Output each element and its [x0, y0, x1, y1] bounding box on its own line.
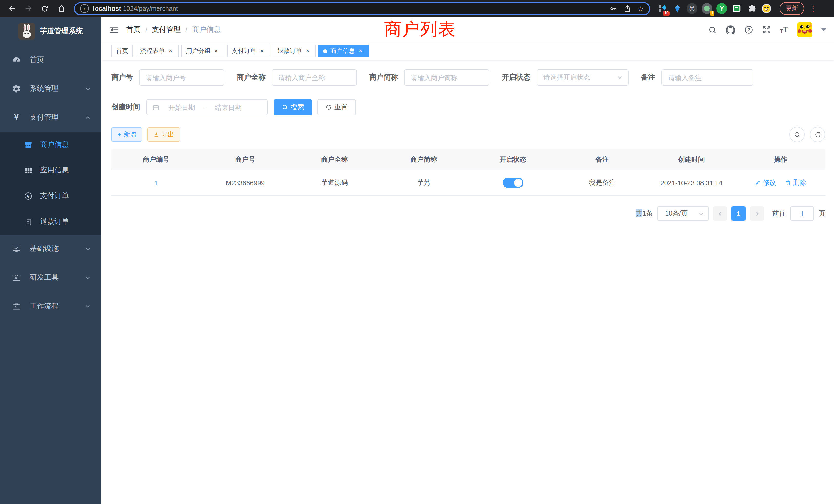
- start-date-input[interactable]: [163, 104, 201, 111]
- status-toggle[interactable]: [503, 178, 523, 188]
- date-range-picker[interactable]: -: [146, 99, 267, 115]
- edit-button[interactable]: 修改: [755, 178, 776, 187]
- extension-notes-icon[interactable]: [731, 3, 743, 14]
- close-icon[interactable]: ×: [258, 47, 265, 55]
- reload-button[interactable]: [38, 2, 51, 15]
- full-name-input[interactable]: [272, 69, 357, 86]
- page-unit: 页: [818, 209, 825, 218]
- gear-icon: [10, 84, 23, 93]
- browser-menu-icon[interactable]: ⋮: [807, 4, 819, 13]
- active-tab-dot: [323, 49, 327, 53]
- page-number-1[interactable]: 1: [731, 206, 746, 221]
- close-icon[interactable]: ×: [304, 47, 311, 55]
- address-bar[interactable]: i localhost:1024/pay/merchant ☆: [74, 2, 650, 15]
- sidebar-item-pay-order[interactable]: ¥ 支付订单: [0, 183, 101, 209]
- col-status: 开启状态: [468, 150, 558, 170]
- remark-input[interactable]: [661, 69, 753, 86]
- refresh-button[interactable]: [810, 127, 825, 142]
- extension-badge: 1: [710, 11, 714, 16]
- status-select[interactable]: 请选择开启状态: [537, 69, 629, 86]
- breadcrumb-home[interactable]: 首页: [126, 25, 141, 35]
- sidebar-fold-icon[interactable]: [109, 25, 119, 35]
- close-icon[interactable]: ×: [213, 47, 220, 55]
- extension-recorder-icon[interactable]: 1: [701, 3, 713, 14]
- toggle-search-button[interactable]: [789, 127, 805, 142]
- app-title: 芋道管理系统: [40, 27, 83, 36]
- sidebar-item-app-info[interactable]: 应用信息: [0, 158, 101, 183]
- sidebar-item-workflow[interactable]: 工作流程: [0, 292, 101, 321]
- col-merchant-no: 商户号: [201, 150, 290, 170]
- extension-devtools-icon[interactable]: 10: [656, 3, 668, 14]
- cell-full-name: 芋道源码: [290, 170, 379, 195]
- page-size-select[interactable]: 10条/页: [657, 206, 709, 221]
- close-icon[interactable]: ×: [167, 47, 174, 55]
- font-size-icon[interactable]: TT: [780, 26, 788, 34]
- chevron-down-icon: [85, 246, 91, 252]
- cell-short-name: 芋艿: [379, 170, 468, 195]
- tab-process-form[interactable]: 流程表单 ×: [136, 45, 179, 58]
- close-icon[interactable]: ×: [357, 47, 364, 55]
- grid-icon: [23, 166, 34, 175]
- add-button[interactable]: +新增: [111, 127, 142, 142]
- merchant-no-input[interactable]: [139, 69, 224, 86]
- table-header-row: 商户编号 商户号 商户全称 商户简称 开启状态 备注 创建时间 操作: [111, 150, 825, 170]
- bookmark-star-icon[interactable]: ☆: [638, 4, 644, 13]
- goto-page-input[interactable]: [790, 206, 814, 221]
- filter-full-name: 商户全称: [237, 69, 357, 86]
- share-icon[interactable]: [624, 5, 631, 12]
- fullscreen-icon[interactable]: [762, 25, 771, 35]
- next-page-button[interactable]: [750, 206, 764, 221]
- breadcrumb-pay[interactable]: 支付管理: [152, 25, 181, 35]
- tab-user-group[interactable]: 用户分组 ×: [181, 45, 224, 58]
- prev-page-button[interactable]: [713, 206, 727, 221]
- svg-text:?: ?: [747, 27, 750, 32]
- extension-gem-icon[interactable]: [671, 3, 683, 14]
- sidebar-item-dev-tools[interactable]: 研发工具: [0, 263, 101, 292]
- export-button[interactable]: 导出: [147, 127, 180, 142]
- forward-button[interactable]: [22, 2, 35, 15]
- filter-merchant-no: 商户号: [111, 69, 224, 86]
- cell-merchant-id: 1: [111, 170, 201, 195]
- chevron-down-icon: [698, 211, 704, 216]
- table-toolbar: +新增 导出: [111, 127, 825, 142]
- extension-y-icon[interactable]: Y: [716, 3, 728, 14]
- monitor-icon: [10, 244, 23, 254]
- tab-merchant-info[interactable]: 商户信息 ×: [319, 45, 369, 58]
- annotation-title: 商户列表: [384, 18, 456, 41]
- briefcase-icon: [10, 302, 23, 311]
- tab-pay-order[interactable]: 支付订单 ×: [227, 45, 270, 58]
- reset-button[interactable]: 重置: [317, 99, 356, 115]
- col-actions: 操作: [736, 150, 826, 170]
- col-merchant-id: 商户编号: [111, 150, 201, 170]
- pagination-total: 共1条: [636, 209, 653, 218]
- sidebar-item-system[interactable]: 系统管理: [0, 74, 101, 103]
- sidebar-item-refund-order[interactable]: 退款订单: [0, 209, 101, 234]
- delete-button[interactable]: 删除: [785, 178, 806, 187]
- extension-command-icon[interactable]: ⌘: [686, 3, 698, 14]
- header-search-icon[interactable]: [708, 25, 717, 34]
- user-avatar[interactable]: [797, 22, 812, 38]
- end-date-input[interactable]: [209, 104, 247, 111]
- tab-refund-order[interactable]: 退款订单 ×: [273, 45, 316, 58]
- shop-icon: [23, 140, 34, 150]
- sidebar-item-pay[interactable]: ¥ 支付管理: [0, 103, 101, 132]
- yen-circle-icon: ¥: [23, 191, 34, 201]
- sidebar-item-home[interactable]: 首页: [0, 46, 101, 74]
- extensions-puzzle-icon[interactable]: [746, 3, 758, 14]
- back-button[interactable]: [5, 2, 19, 15]
- caret-down-icon[interactable]: [821, 28, 826, 31]
- profile-avatar[interactable]: [761, 3, 772, 14]
- tab-home[interactable]: 首页: [111, 45, 133, 58]
- short-name-input[interactable]: [404, 69, 489, 86]
- github-icon[interactable]: [726, 25, 736, 35]
- sidebar-item-infra[interactable]: 基础设施: [0, 234, 101, 263]
- help-icon[interactable]: ?: [744, 25, 753, 35]
- browser-update-button[interactable]: 更新: [780, 2, 804, 15]
- sidebar-item-merchant-info[interactable]: 商户信息: [0, 132, 101, 158]
- search-button[interactable]: 搜索: [274, 99, 312, 115]
- pay-submenu: 商户信息 应用信息 ¥ 支付订单: [0, 132, 101, 234]
- info-icon[interactable]: i: [80, 4, 89, 13]
- key-icon[interactable]: [609, 4, 617, 13]
- home-button[interactable]: [54, 2, 68, 15]
- app-logo-row[interactable]: 芋道管理系统: [0, 17, 101, 46]
